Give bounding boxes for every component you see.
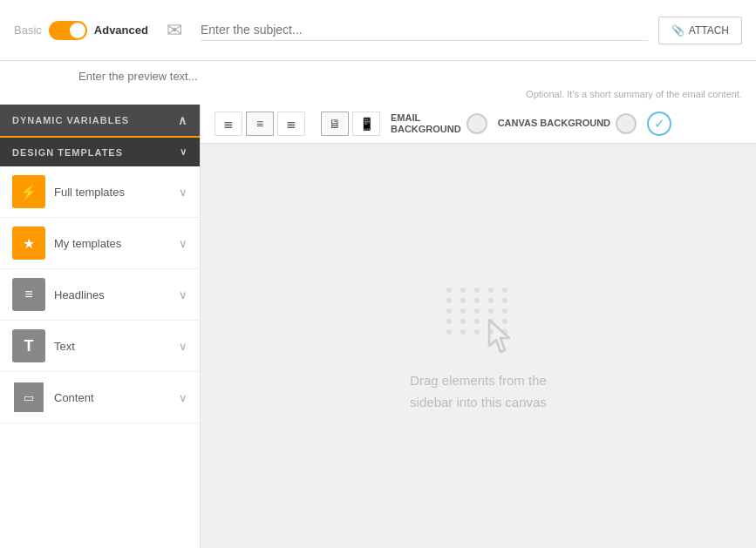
sidebar-item-full-templates[interactable]: ⚡ Full templates ∨ [0, 166, 200, 218]
main-content: DYNAMIC VARIABLES ∧ DESIGN TEMPLATES ∨ ⚡… [0, 105, 756, 548]
advanced-label: Advanced [94, 24, 148, 37]
text-icon: T [12, 329, 45, 362]
toggle-group: Basic Advanced [14, 21, 148, 40]
full-templates-icon: ⚡ [12, 175, 45, 208]
mode-toggle[interactable] [49, 21, 87, 40]
my-templates-icon: ★ [12, 227, 45, 260]
subject-input[interactable] [201, 19, 648, 41]
mobile-icon: 📱 [359, 117, 374, 131]
attach-button[interactable]: 📎 ATTACH [658, 17, 742, 44]
headlines-icon: ≡ [12, 278, 45, 311]
attach-label: ATTACH [689, 24, 729, 37]
email-background-label: EMAIL BACKGROUND [391, 112, 461, 135]
drop-illustration [446, 288, 511, 342]
content-icon: ▭ [12, 381, 45, 414]
sidebar-item-my-templates[interactable]: ★ My templates ∨ [0, 218, 200, 269]
svg-marker-0 [489, 320, 509, 352]
headlines-label: Headlines [54, 288, 179, 301]
sidebar: DYNAMIC VARIABLES ∧ DESIGN TEMPLATES ∨ ⚡… [0, 105, 201, 548]
chevron-right-icon-2: ∨ [179, 237, 187, 250]
desktop-icon: 🖥 [329, 117, 341, 131]
chevron-right-icon-5: ∨ [179, 391, 187, 404]
chevron-right-icon-4: ∨ [179, 340, 187, 353]
drag-hint-text: Drag elements from the sidebar into this… [410, 369, 547, 414]
sidebar-item-text[interactable]: T Text ∨ [0, 321, 200, 372]
my-templates-label: My templates [54, 237, 179, 250]
canvas-drop-zone: Drag elements from the sidebar into this… [201, 144, 756, 548]
chevron-right-icon-3: ∨ [179, 288, 187, 301]
design-templates-header[interactable]: DESIGN TEMPLATES ∨ [0, 136, 200, 166]
align-center-button[interactable]: ≡ [246, 112, 274, 136]
chevron-down-icon: ∨ [180, 146, 187, 158]
align-center-icon: ≡ [256, 117, 263, 131]
align-left-icon: ≣ [223, 117, 234, 131]
preview-row [0, 61, 756, 87]
text-label: Text [54, 340, 179, 353]
mobile-view-button[interactable]: 📱 [352, 112, 380, 136]
canvas-background-color[interactable] [616, 113, 637, 134]
cursor-icon [485, 315, 528, 359]
confirm-button[interactable]: ✓ [647, 112, 671, 136]
full-templates-label: Full templates [54, 186, 179, 199]
email-icon: ✉ [159, 15, 190, 46]
dynamic-variables-header[interactable]: DYNAMIC VARIABLES ∧ [0, 105, 200, 136]
canvas-area: ≣ ≡ ≣ 🖥 📱 EMAIL BACKGROUND [201, 105, 756, 548]
top-bar: Basic Advanced ✉ 📎 ATTACH [0, 0, 756, 61]
canvas-background-label: CANVAS BACKGROUND [498, 118, 610, 129]
design-templates-label: DESIGN TEMPLATES [12, 147, 123, 158]
basic-label: Basic [14, 24, 42, 37]
canvas-background-control: CANVAS BACKGROUND [498, 113, 637, 134]
desktop-view-button[interactable]: 🖥 [321, 112, 349, 136]
dynamic-variables-label: DYNAMIC VARIABLES [12, 115, 129, 125]
email-background-color[interactable] [467, 113, 487, 134]
content-label: Content [54, 391, 179, 404]
align-right-button[interactable]: ≣ [277, 112, 305, 136]
chevron-up-icon: ∧ [178, 113, 187, 127]
sidebar-item-headlines[interactable]: ≡ Headlines ∨ [0, 269, 200, 321]
canvas-toolbar: ≣ ≡ ≣ 🖥 📱 EMAIL BACKGROUND [201, 105, 756, 144]
optional-hint: Optional. It's a short summary of the em… [0, 87, 756, 105]
align-left-button[interactable]: ≣ [215, 112, 242, 136]
preview-input[interactable] [78, 70, 742, 83]
chevron-right-icon: ∨ [179, 186, 187, 199]
align-right-icon: ≣ [286, 117, 296, 131]
sidebar-item-content[interactable]: ▭ Content ∨ [0, 372, 200, 423]
email-background-control: EMAIL BACKGROUND [391, 112, 487, 135]
paperclip-icon: 📎 [671, 24, 684, 37]
